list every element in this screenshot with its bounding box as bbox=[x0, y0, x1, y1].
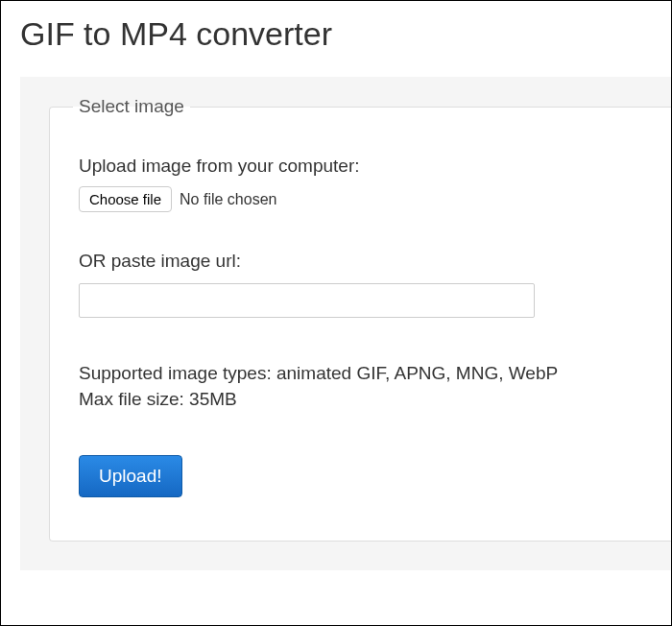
upload-button[interactable]: Upload! bbox=[79, 455, 182, 497]
max-size-text: Max file size: 35MB bbox=[79, 387, 671, 413]
supported-types-text: Supported image types: animated GIF, APN… bbox=[79, 361, 671, 387]
file-input-row: Choose file No file chosen bbox=[79, 186, 671, 212]
upload-label: Upload image from your computer: bbox=[79, 156, 671, 177]
image-url-input[interactable] bbox=[79, 283, 535, 318]
form-panel: Select image Upload image from your comp… bbox=[20, 77, 671, 570]
url-label: OR paste image url: bbox=[79, 251, 671, 272]
file-status-text: No file chosen bbox=[180, 191, 276, 208]
fieldset-legend: Select image bbox=[73, 96, 190, 117]
choose-file-button[interactable]: Choose file bbox=[79, 186, 172, 212]
page-title: GIF to MP4 converter bbox=[20, 15, 671, 53]
select-image-fieldset: Select image Upload image from your comp… bbox=[49, 96, 671, 542]
info-text: Supported image types: animated GIF, APN… bbox=[79, 361, 671, 412]
